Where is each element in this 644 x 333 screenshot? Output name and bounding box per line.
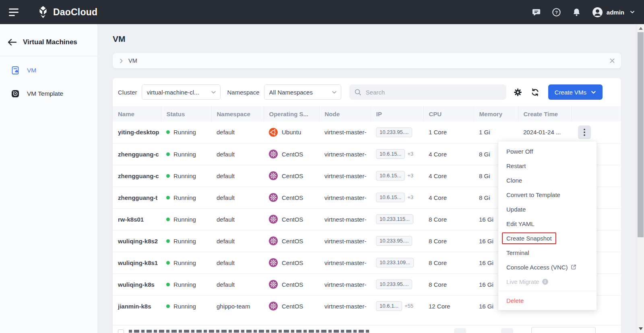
vm-name[interactable]: zhengguang-t	[113, 187, 161, 208]
chevron-down-icon	[211, 90, 216, 95]
pagination-prev-button[interactable]	[454, 328, 466, 333]
menu-item-edit-yaml[interactable]: Edit YAML	[498, 216, 597, 231]
menu-item-power-off[interactable]: Power Off	[498, 144, 597, 158]
chevron-down-icon	[332, 90, 337, 95]
search-icon	[354, 88, 361, 96]
menu-item-restart[interactable]: Restart	[498, 158, 597, 173]
create-vms-label: Create VMs	[555, 89, 586, 96]
user-menu[interactable]: admin	[592, 7, 635, 18]
vm-name[interactable]: zhengguang-c	[113, 165, 161, 187]
help-icon[interactable]: ?	[552, 8, 561, 17]
col-memory[interactable]: Memory	[474, 106, 518, 121]
vm-name[interactable]: wuliqing-k8s	[113, 273, 161, 295]
col-status[interactable]: Status	[161, 106, 211, 121]
sidebar-item-vm[interactable]: VM	[0, 59, 97, 82]
menu-item-console-access-vnc[interactable]: Console Access (VNC)	[498, 260, 597, 274]
col-create-time[interactable]: Create Time	[518, 106, 572, 121]
ip-chip[interactable]: 10.6.1...	[376, 301, 402, 311]
vm-name[interactable]: zhengguang-c	[113, 143, 161, 165]
info-icon: i	[542, 279, 548, 285]
ubuntu-os-icon	[269, 128, 278, 137]
vm-node: virtnest-master-	[319, 208, 371, 230]
refresh-icon[interactable]	[529, 86, 541, 98]
vm-status: Running	[161, 187, 211, 208]
vm-os: CentOS	[264, 230, 319, 252]
vm-namespace: default	[211, 165, 264, 187]
ip-chip[interactable]: 10.233.95....	[376, 127, 412, 137]
select-all-checkbox[interactable]	[118, 329, 124, 333]
external-link-icon	[571, 264, 576, 270]
close-icon[interactable]	[609, 58, 615, 64]
scrollbar-thumb[interactable]	[638, 32, 644, 237]
scrollbar[interactable]	[637, 24, 644, 333]
col-name[interactable]: Name	[113, 106, 161, 121]
namespace-label: Namespace	[227, 89, 260, 96]
running-status-dot	[166, 283, 170, 286]
vm-status: Running	[161, 273, 211, 295]
vm-cpu: 4 Core	[423, 187, 474, 208]
centos-os-icon	[269, 302, 278, 310]
ip-chip[interactable]: 10.6.15...	[376, 149, 405, 159]
vm-cpu: 8 Core	[423, 273, 474, 295]
settings-gear-icon[interactable]	[512, 86, 524, 98]
vm-name[interactable]: wuliqing-k8s2	[113, 230, 161, 252]
menu-item-update[interactable]: Update	[498, 202, 597, 216]
row-actions-kebab-button[interactable]	[578, 125, 591, 139]
chevron-right-icon[interactable]	[119, 58, 124, 64]
vm-name[interactable]: yiting-desktop	[113, 121, 161, 143]
menu-item-terminal[interactable]: Terminal	[498, 245, 597, 260]
running-status-dot	[166, 261, 170, 265]
col-namespace[interactable]: Namespace	[211, 106, 264, 121]
menu-divider	[498, 291, 597, 291]
ip-chip[interactable]: 10.233.95....	[376, 236, 412, 246]
running-status-dot	[166, 152, 170, 156]
scrollbar-down-arrow-icon[interactable]	[639, 327, 643, 330]
col-ip[interactable]: IP	[371, 106, 423, 121]
vm-ip: 10.6.15...+3	[371, 143, 423, 165]
vm-doc-cloud-icon	[10, 66, 20, 75]
vm-os: CentOS	[264, 165, 319, 187]
ip-extra-count: +3	[407, 151, 413, 157]
ip-chip[interactable]: 10.233.115...	[376, 214, 413, 224]
cluster-select[interactable]: virtual-machine-cl...	[142, 84, 221, 100]
running-status-dot	[166, 304, 170, 308]
scrollbar-up-arrow-icon[interactable]	[639, 27, 643, 30]
vm-name[interactable]: wuliqing-k8s1	[113, 252, 161, 273]
running-status-dot	[166, 218, 170, 221]
menu-item-create-snapshot[interactable]: Create Snapshot	[498, 231, 597, 245]
hamburger-menu-icon[interactable]	[9, 8, 19, 16]
collapsible-tab-bar[interactable]: VM	[113, 53, 621, 68]
col-cpu[interactable]: CPU	[423, 106, 474, 121]
namespace-select[interactable]: All Namespaces	[264, 84, 341, 100]
create-vms-button[interactable]: Create VMs	[548, 84, 603, 100]
vm-node: virtnest-master-	[319, 295, 371, 317]
pagination-next-button[interactable]	[501, 328, 513, 333]
search-box[interactable]	[349, 84, 506, 100]
search-input[interactable]	[365, 88, 502, 96]
centos-os-icon	[269, 150, 278, 158]
vm-ip: 10.6.15...+3	[371, 187, 423, 208]
page-size-select[interactable]	[531, 327, 596, 333]
ip-chip[interactable]: 10.233.95....	[376, 280, 412, 289]
feedback-chat-icon[interactable]	[532, 8, 541, 17]
ip-chip[interactable]: 10.233.109...	[376, 258, 414, 267]
col-operating-system[interactable]: Operating S...	[264, 106, 319, 121]
sidebar-item-vm-template[interactable]: VM Template	[0, 82, 97, 105]
col-node[interactable]: Node	[319, 106, 371, 121]
ip-chip[interactable]: 10.6.15...	[376, 171, 405, 181]
vm-status: Running	[161, 165, 211, 187]
menu-item-convert-to-template[interactable]: Convert to Template	[498, 187, 597, 202]
menu-item-clone[interactable]: Clone	[498, 173, 597, 187]
vm-cpu: 4 Core	[423, 143, 474, 165]
vm-name[interactable]: jianmin-k8s	[113, 295, 161, 317]
vm-template-icon	[10, 89, 20, 99]
vm-os: CentOS	[264, 208, 319, 230]
running-status-dot	[166, 196, 170, 199]
menu-item-delete[interactable]: Delete	[498, 293, 597, 308]
vm-name[interactable]: rw-k8s01	[113, 208, 161, 230]
ip-extra-count: +3	[407, 194, 413, 200]
ip-chip[interactable]: 10.6.15...	[376, 193, 405, 202]
notifications-bell-icon[interactable]	[572, 8, 581, 17]
back-arrow-icon[interactable]	[7, 38, 17, 46]
avatar	[592, 7, 603, 18]
